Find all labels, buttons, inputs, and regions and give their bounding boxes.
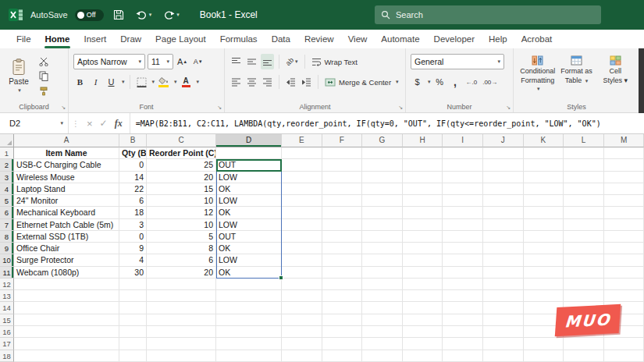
cell-M11[interactable] <box>604 267 644 279</box>
cell-A5[interactable]: 24" Monitor <box>14 195 119 207</box>
cell-B10[interactable]: 4 <box>119 254 147 266</box>
cell-K13[interactable] <box>524 290 564 302</box>
cell-M10[interactable] <box>604 254 644 266</box>
cell-J13[interactable] <box>483 290 524 302</box>
cell-G10[interactable] <box>362 254 403 266</box>
cell-D4[interactable]: OK <box>216 183 282 195</box>
font-color-button[interactable]: A <box>180 74 193 90</box>
cell-G3[interactable] <box>362 172 403 183</box>
cell-I2[interactable] <box>443 159 483 171</box>
cell-G18[interactable] <box>362 350 403 362</box>
cell-H1[interactable] <box>403 147 443 159</box>
cell-C9[interactable]: 8 <box>147 243 216 254</box>
cell-F13[interactable] <box>322 290 363 302</box>
redo-button[interactable]: ▾ <box>161 9 182 22</box>
cell-E5[interactable] <box>282 195 322 207</box>
cell-D2[interactable]: OUT <box>216 159 282 171</box>
cell-J11[interactable] <box>483 267 524 279</box>
chevron-down-icon[interactable]: ▾ <box>122 79 125 85</box>
cell-A7[interactable]: Ethernet Patch Cable (5m) <box>14 219 119 231</box>
menu-tab-help[interactable]: Help <box>482 30 514 48</box>
menu-tab-draw[interactable]: Draw <box>113 30 148 48</box>
menu-tab-file[interactable]: File <box>9 30 38 48</box>
cell-C7[interactable]: 10 <box>147 219 216 231</box>
chevron-down-icon[interactable]: ▾ <box>152 79 155 85</box>
cell-E10[interactable] <box>282 254 322 266</box>
cell-I13[interactable] <box>443 290 483 302</box>
cell-styles-button[interactable]: Cell Styles ▾ <box>596 53 635 98</box>
cell-B13[interactable] <box>119 290 147 302</box>
cell-I1[interactable] <box>443 147 483 159</box>
cell-M13[interactable] <box>604 290 644 302</box>
cell-L17[interactable] <box>564 338 604 350</box>
align-left-button[interactable] <box>229 74 243 90</box>
cell-I18[interactable] <box>443 350 483 362</box>
cell-A16[interactable] <box>14 326 119 338</box>
font-name-combo[interactable]: Aptos Narrow ▾ <box>73 54 145 69</box>
name-box-resize-handle[interactable]: ⋮ <box>69 113 80 133</box>
cell-A15[interactable] <box>14 314 119 326</box>
cell-F3[interactable] <box>322 172 363 183</box>
cell-D6[interactable]: OK <box>216 207 282 218</box>
cell-C14[interactable] <box>147 302 216 314</box>
chevron-down-icon[interactable]: ▾ <box>428 79 431 85</box>
excel-app-icon[interactable] <box>8 7 23 23</box>
cell-B8[interactable]: 0 <box>119 231 147 243</box>
cell-D18[interactable] <box>216 350 282 362</box>
copy-button[interactable] <box>36 69 52 83</box>
cell-I9[interactable] <box>443 243 483 254</box>
cell-C5[interactable]: 10 <box>147 195 216 207</box>
cell-G1[interactable] <box>362 147 403 159</box>
row-header-6[interactable]: 6 <box>0 207 14 218</box>
column-header-L[interactable]: L <box>564 134 604 147</box>
column-header-H[interactable]: H <box>403 134 443 147</box>
cell-B11[interactable]: 30 <box>119 267 147 279</box>
row-header-14[interactable]: 14 <box>0 302 14 314</box>
cell-K9[interactable] <box>524 243 564 254</box>
cell-K17[interactable] <box>524 338 564 350</box>
decrease-font-size-button[interactable]: A▼ <box>191 54 205 69</box>
percent-style-button[interactable]: % <box>433 74 447 90</box>
cell-L12[interactable] <box>564 279 604 290</box>
row-header-13[interactable]: 13 <box>0 290 14 302</box>
search-input[interactable]: Search <box>375 5 601 24</box>
cell-H16[interactable] <box>403 326 443 338</box>
cell-A18[interactable] <box>14 350 119 362</box>
wrap-text-button[interactable]: Wrap Text <box>310 54 359 69</box>
cell-C4[interactable]: 15 <box>147 183 216 195</box>
row-header-4[interactable]: 4 <box>0 183 14 195</box>
row-header-12[interactable]: 12 <box>0 279 14 290</box>
cell-I15[interactable] <box>443 314 483 326</box>
column-header-D[interactable]: D <box>216 134 282 147</box>
insert-function-icon[interactable]: fx <box>115 118 123 130</box>
cell-D17[interactable] <box>216 338 282 350</box>
cell-K2[interactable] <box>524 159 564 171</box>
fill-color-button[interactable] <box>157 74 170 90</box>
cell-C2[interactable]: 25 <box>147 159 216 171</box>
cell-G13[interactable] <box>362 290 403 302</box>
cell-E15[interactable] <box>282 314 322 326</box>
cell-D8[interactable]: OUT <box>216 231 282 243</box>
orientation-button[interactable]: ab ▾ <box>284 54 300 69</box>
cell-E17[interactable] <box>282 338 322 350</box>
cell-G8[interactable] <box>362 231 403 243</box>
cell-E12[interactable] <box>282 279 322 290</box>
cell-L11[interactable] <box>564 267 604 279</box>
row-header-10[interactable]: 10 <box>0 254 14 266</box>
cell-H5[interactable] <box>403 195 443 207</box>
column-header-G[interactable]: G <box>362 134 403 147</box>
cell-F12[interactable] <box>322 279 363 290</box>
clipboard-dialog-launcher[interactable]: ↘ <box>61 105 66 110</box>
cell-J15[interactable] <box>483 314 524 326</box>
cell-E16[interactable] <box>282 326 322 338</box>
cell-D14[interactable] <box>216 302 282 314</box>
cell-A8[interactable]: External SSD (1TB) <box>14 231 119 243</box>
cell-D3[interactable]: LOW <box>216 172 282 183</box>
cell-E9[interactable] <box>282 243 322 254</box>
alignment-dialog-launcher[interactable]: ↘ <box>398 105 403 110</box>
cell-I6[interactable] <box>443 207 483 218</box>
cell-L18[interactable] <box>564 350 604 362</box>
align-top-button[interactable] <box>229 54 243 69</box>
cell-F18[interactable] <box>322 350 363 362</box>
cell-F6[interactable] <box>322 207 363 218</box>
